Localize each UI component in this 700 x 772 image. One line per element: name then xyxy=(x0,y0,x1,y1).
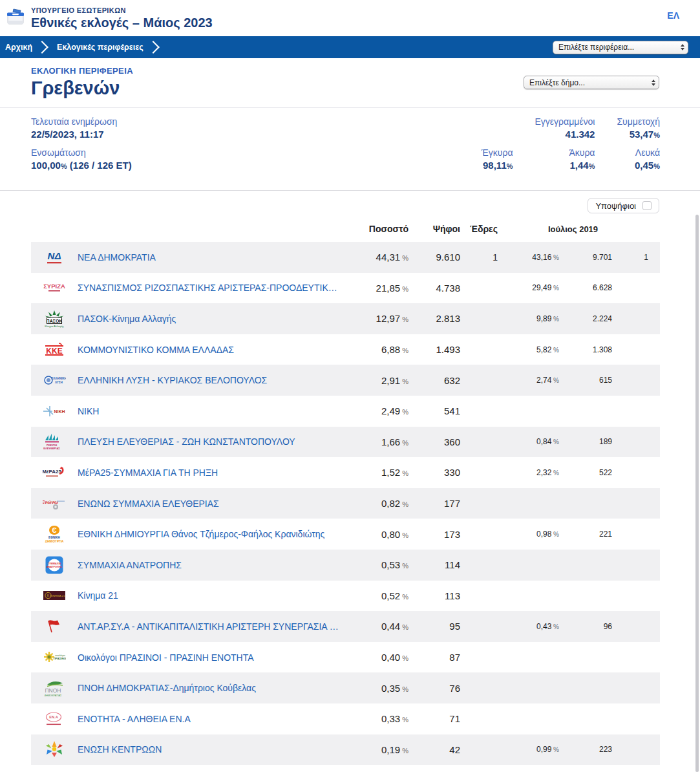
svg-text:ΑΝΑΤΡΟΠΗΣ: ΑΝΑΤΡΟΠΗΣ xyxy=(47,565,63,568)
svg-text:ΚΚΕ: ΚΚΕ xyxy=(46,346,62,355)
svg-text:ΠΡΑΣΙΝΟΙ: ΠΡΑΣΙΝΟΙ xyxy=(54,656,66,659)
prev-percent-cell: 2,32 % xyxy=(498,468,559,477)
last-update-label: Τελευταία ενημέρωση xyxy=(31,116,132,127)
party-name-link[interactable]: ΚΟΜΜΟΥΝΙΣΤΙΚΟ ΚΟΜΜΑ ΕΛΛΑΔΑΣ xyxy=(78,345,350,355)
party-name-link[interactable]: ΕΝΟΤΗΤΑ - ΑΛΗΘΕΙΑ ΕΝ.Α xyxy=(78,714,350,724)
enotita-alitheia-logo: ΕΝ.Α xyxy=(31,711,78,727)
enosi-kentroon-logo xyxy=(31,740,78,759)
language-toggle[interactable]: ΕΛ xyxy=(667,5,679,21)
valid-value: 98,11% xyxy=(482,160,513,171)
region-header: ΕΚΛΟΓΙΚΗ ΠΕΡΙΦΕΡΕΙΑ Γρεβενών Επιλέξτε δή… xyxy=(0,58,700,108)
prev-percent-cell: 9,89 % xyxy=(498,314,559,323)
prev-percent-cell: 0,99 % xyxy=(498,745,559,754)
svg-text:ΝΙΚΗ: ΝΙΚΗ xyxy=(54,409,65,414)
votes-cell: 71 xyxy=(408,713,460,724)
percent-cell: 44,31 % xyxy=(350,252,408,263)
svg-text:ΜέΡΑ25: ΜέΡΑ25 xyxy=(43,469,61,475)
prev-votes-cell: 6.628 xyxy=(559,283,612,292)
party-name-link[interactable]: ΠΝΟΗ ΔΗΜΟΚΡΑΤΙΑΣ-Δημήτριος Κούβελας xyxy=(78,683,350,693)
prev-percent-cell: 0,98 % xyxy=(498,530,559,539)
results-table-header: Ποσοστό Ψήφοι Έδρες Ιούλιος 2019 xyxy=(31,213,660,242)
mera25-logo: ΜέΡΑ25 xyxy=(31,464,78,481)
party-name-link[interactable]: ΕΝΩΣΗ ΚΕΝΤΡΩΩΝ xyxy=(78,744,350,755)
municipality-select[interactable]: Επιλέξτε δήμο... xyxy=(524,76,659,89)
candidates-checkbox[interactable] xyxy=(642,201,652,210)
candidates-toggle-label: Υποψήφιοι xyxy=(595,201,636,211)
chevron-right-icon xyxy=(147,41,160,54)
svg-text:ΛΥΣΗ: ΛΥΣΗ xyxy=(55,381,63,384)
votes-cell: 541 xyxy=(408,405,460,416)
last-update-stat: Τελευταία ενημέρωση 22/5/2023, 11:17 xyxy=(31,116,132,140)
votes-cell: 95 xyxy=(408,621,460,632)
antarsya-logo xyxy=(31,618,78,635)
party-name-link[interactable]: ΣΥΝΑΣΠΙΣΜΟΣ ΡΙΖΟΣΠΑΣΤΙΚΗΣ ΑΡΙΣΤΕΡΑΣ-ΠΡΟΟ… xyxy=(78,283,350,293)
prev-votes-cell: 96 xyxy=(559,622,612,631)
votes-cell: 4.738 xyxy=(408,283,460,294)
table-row: ΑΝΤ.ΑΡ.ΣΥ.Α - ΑΝΤΙΚΑΠΙΤΑΛΙΣΤΙΚΗ ΑΡΙΣΤΕΡΗ… xyxy=(31,611,660,642)
party-name-link[interactable]: ΕΛΛΗΝΙΚΗ ΛΥΣΗ - ΚΥΡΙΑΚΟΣ ΒΕΛΟΠΟΥΛΟΣ xyxy=(78,375,350,385)
party-name-link[interactable]: Κίνημα 21 xyxy=(78,590,350,601)
region-select[interactable]: Επιλέξτε περιφέρεια... xyxy=(553,41,688,54)
invalid-value: 1,44% xyxy=(569,160,595,171)
integration-value: 100,00% (126 / 126 ΕΤ) xyxy=(31,160,132,171)
blank-value: 0,45% xyxy=(635,160,660,171)
table-row: ΝΙΚΗΝΙΚΗ2,49 %541 xyxy=(31,396,660,427)
svg-text:ΣΥΡΙΖΑ: ΣΥΡΙΖΑ xyxy=(43,283,65,290)
candidates-toggle-button[interactable]: Υποψήφιοι xyxy=(588,198,659,213)
election-results-page: { "header": { "ministry": "ΥΠΟΥΡΓΕΙΟ ΕΣΩ… xyxy=(0,0,700,772)
party-name-link[interactable]: ΕΝΩΝΩ ΣΥΜΜΑΧΙΑ ΕΛΕΥΘΕΡΙΑΣ xyxy=(78,499,350,509)
party-name-link[interactable]: ΣΥΜΜΑΧΙΑ ΑΝΑΤΡΟΠΗΣ xyxy=(78,560,350,570)
table-row: ΤΩΡΑ ΟΛΟΙ ΜΑΖΙ (Τ.ΟΛ.ΜΑ)0,17 %36 xyxy=(31,765,660,772)
registered-value: 41.342 xyxy=(535,129,595,140)
percent-cell: 2,49 % xyxy=(350,405,408,416)
table-row: ΠΝΟΗΔΗΜΟΚΡΑΤΙΑΣΠΝΟΗ ΔΗΜΟΚΡΑΤΙΑΣ-Δημήτριο… xyxy=(31,672,660,703)
percent-cell: 2,91 % xyxy=(350,375,408,386)
party-name-link[interactable]: ΑΝΤ.ΑΡ.ΣΥ.Α - ΑΝΤΙΚΑΠΙΤΑΛΙΣΤΙΚΗ ΑΡΙΣΤΕΡΗ… xyxy=(78,621,350,632)
table-row: ΕΝ.ΑΕΝΟΤΗΤΑ - ΑΛΗΘΕΙΑ ΕΝ.Α0,33 %71 xyxy=(31,703,660,734)
percent-cell: 1,52 % xyxy=(350,467,408,478)
prev-votes-cell: 223 xyxy=(559,745,612,754)
party-name-link[interactable]: ΠΛΕΥΣΗ ΕΛΕΥΘΕΡΙΑΣ - ΖΩΗ ΚΩΝΣΤΑΝΤΟΠΟΥΛΟΥ xyxy=(78,436,350,447)
breadcrumb: Αρχική Εκλογικές περιφέρειες Επιλέξτε πε… xyxy=(0,36,700,58)
niki-logo: ΝΙΚΗ xyxy=(31,403,78,420)
ministry-label: ΥΠΟΥΡΓΕΙΟ ΕΣΩΤΕΡΙΚΩΝ xyxy=(31,6,213,14)
svg-text:ΠΝΟΗ: ΠΝΟΗ xyxy=(45,687,61,694)
party-name-link[interactable]: ΜέΡΑ25-ΣΥΜΜΑΧΙΑ ΓΙΑ ΤΗ ΡΗΞΗ xyxy=(78,467,350,478)
votes-cell: 113 xyxy=(408,590,460,601)
page-scrollbar[interactable] xyxy=(695,215,699,772)
svg-text:ΠΑΣΟΚ: ΠΑΣΟΚ xyxy=(47,319,63,323)
syriza-logo: ΣΥΡΙΖΑ xyxy=(31,279,78,296)
table-row: ΣΥΡΙΖΑΣΥΝΑΣΠΙΣΜΟΣ ΡΙΖΟΣΠΑΣΤΙΚΗΣ ΑΡΙΣΤΕΡΑ… xyxy=(31,273,660,304)
turnout-stat: Συμμετοχή 53,47% xyxy=(617,116,660,140)
svg-text:Κίνημα Αλλαγής: Κίνημα Αλλαγής xyxy=(45,325,64,328)
percent-cell: 0,33 % xyxy=(350,713,408,724)
turnout-value: 53,47% xyxy=(617,129,660,140)
percent-cell: 0,82 % xyxy=(350,498,408,509)
votes-cell: 1.493 xyxy=(408,344,460,355)
prev-votes-cell: 9.701 xyxy=(559,253,612,262)
svg-text:ΝΔ: ΝΔ xyxy=(48,250,61,261)
prev-votes-cell: 615 xyxy=(559,376,612,385)
breadcrumb-districts-link[interactable]: Εκλογικές περιφέρειες xyxy=(57,43,143,52)
party-name-link[interactable]: Οικολόγοι ΠΡΑΣΙΝΟΙ - ΠΡΑΣΙΝΗ ΕΝΟΤΗΤΑ xyxy=(78,652,350,663)
breadcrumb-home-link[interactable]: Αρχική xyxy=(5,43,32,52)
results-table-body: ΝΔΝΕΑ ΔΗΜΟΚΡΑΤΙΑ44,31 %9.610143,16 %9.70… xyxy=(31,242,660,772)
party-name-link[interactable]: ΕΘΝΙΚΗ ΔΗΜΙΟΥΡΓΙΑ Θάνος Τζήμερος-Φαήλος … xyxy=(78,529,350,539)
party-name-link[interactable]: ΠΑΣΟΚ-Κίνημα Αλλαγής xyxy=(78,314,350,324)
registered-label: Εγγεγραμμένοι xyxy=(535,116,595,127)
prev-seats-cell: 1 xyxy=(612,253,648,262)
percent-cell: 6,88 % xyxy=(350,344,408,355)
table-row: ΚΚΙΝΗΜΑ 21Κίνημα 210,52 %113 xyxy=(31,581,660,612)
prev-percent-cell: 5,82 % xyxy=(498,345,559,354)
stats-strip: Τελευταία ενημέρωση 22/5/2023, 11:17 Ενσ… xyxy=(0,108,700,191)
votes-cell: 42 xyxy=(408,744,460,755)
votes-cell: 2.813 xyxy=(408,313,460,324)
region-eyebrow: ΕΚΛΟΓΙΚΗ ΠΕΡΙΦΕΡΕΙΑ xyxy=(31,66,133,76)
table-row: ΣΥΜΜΑΧΙΑΑΝΑΤΡΟΠΗΣΣΥΜΜΑΧΙΑ ΑΝΑΤΡΟΠΗΣ0,53 … xyxy=(31,550,660,581)
party-name-link[interactable]: ΝΕΑ ΔΗΜΟΚΡΑΤΙΑ xyxy=(78,252,350,263)
votes-cell: 360 xyxy=(408,436,460,447)
invalid-label: Άκυρα xyxy=(569,147,595,158)
kinima21-logo: ΚΚΙΝΗΜΑ 21 xyxy=(31,590,78,601)
prev-votes-cell: 2.224 xyxy=(559,314,612,323)
party-name-link[interactable]: ΝΙΚΗ xyxy=(78,406,350,416)
